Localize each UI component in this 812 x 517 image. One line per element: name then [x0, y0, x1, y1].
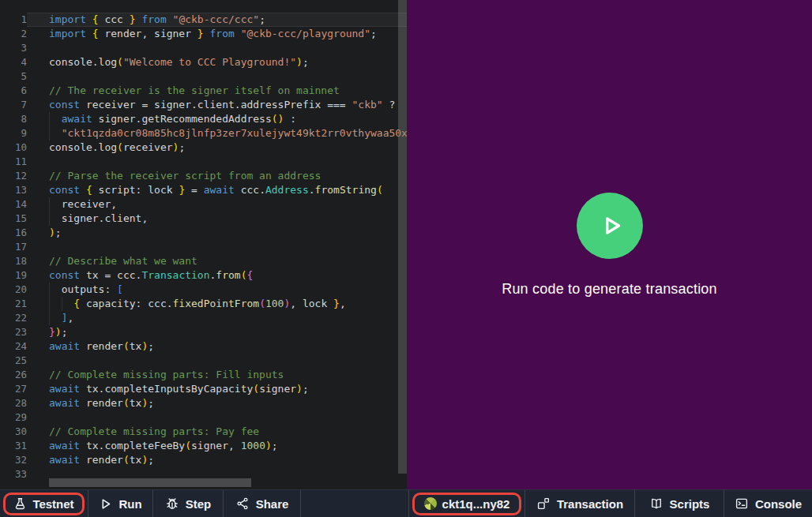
line-number: 23 [0, 325, 27, 339]
code-line-content: await tx.completeFeeBy(signer, 1000); [27, 439, 407, 453]
line-number: 24 [0, 339, 27, 354]
toolbar-left-group: TestnetRunStepShare [0, 490, 301, 517]
button-label: ckt1q...ny82 [442, 497, 510, 511]
line-number: 13 [0, 183, 27, 197]
code-line-content [27, 410, 407, 425]
code-line[interactable]: 28await render(tx); [0, 396, 407, 410]
code-line[interactable]: 25 [0, 354, 407, 368]
code-line[interactable]: 8 await signer.getRecommendedAddress() : [0, 112, 407, 126]
line-number: 2 [0, 27, 27, 41]
code-lines: 1import { ccc } from "@ckb-ccc/ccc";2imp… [0, 13, 407, 481]
code-line-content [27, 41, 407, 55]
code-line[interactable]: 10console.log(receiver); [0, 140, 407, 155]
code-line[interactable]: 15 signer.client, [0, 212, 407, 226]
code-line[interactable]: 4console.log("Welcome to CCC Playground!… [0, 55, 407, 69]
code-line-content: await signer.getRecommendedAddress() : [27, 112, 407, 126]
code-line-content [27, 354, 407, 368]
step-button[interactable]: Step [153, 490, 224, 517]
code-line-content: // Parse the receiver script from an add… [27, 169, 407, 183]
button-label: Testnet [32, 497, 73, 511]
code-line[interactable]: 21 { capacity: ccc.fixedPointFrom(100), … [0, 297, 407, 311]
code-line[interactable]: 3 [0, 41, 407, 55]
code-line[interactable]: 30// Complete missing parts: Pay fee [0, 425, 407, 439]
line-number: 1 [0, 13, 27, 27]
indent-guide [49, 297, 50, 311]
editor-horizontal-scrollbar[interactable] [0, 478, 397, 487]
code-line[interactable]: 31await tx.completeFeeBy(signer, 1000); [0, 439, 407, 453]
line-number: 30 [0, 425, 27, 439]
horizontal-scrollbar-thumb[interactable] [49, 478, 251, 487]
code-line[interactable]: 7const receiver = signer.client.addressP… [0, 98, 407, 112]
code-line[interactable]: 29 [0, 410, 407, 425]
code-line[interactable]: 14 receiver, [0, 197, 407, 212]
indent-guide [49, 311, 50, 325]
code-line-content: console.log("Welcome to CCC Playground!"… [27, 55, 407, 69]
scripts-icon [649, 496, 664, 511]
code-line-content [27, 240, 407, 254]
line-number: 17 [0, 240, 27, 254]
code-line[interactable]: 32await render(tx); [0, 453, 407, 467]
code-line[interactable]: 26// Complete missing parts: Fill inputs [0, 368, 407, 382]
line-number: 14 [0, 197, 27, 212]
line-number: 6 [0, 84, 27, 98]
code-line-content: const tx = ccc.Transaction.from({ [27, 268, 407, 283]
code-line[interactable]: 23}); [0, 325, 407, 339]
code-line[interactable]: 17 [0, 240, 407, 254]
code-line-content: signer.client, [27, 212, 407, 226]
run-button[interactable]: Run [88, 490, 153, 517]
console-button[interactable]: Console [724, 490, 812, 517]
code-line[interactable]: 22 ], [0, 311, 407, 325]
code-line[interactable]: 5 [0, 69, 407, 84]
line-number: 18 [0, 254, 27, 268]
line-number: 27 [0, 382, 27, 396]
vertical-scrollbar-thumb[interactable] [398, 0, 407, 474]
editor-vertical-scrollbar[interactable] [397, 0, 407, 489]
ccc-playground-app: 1import { ccc } from "@ckb-ccc/ccc";2imp… [0, 0, 812, 517]
share-icon [235, 496, 250, 511]
line-number: 15 [0, 212, 27, 226]
code-line-content: await render(tx); [27, 453, 407, 467]
panel-message: Run code to generate transaction [502, 281, 717, 298]
code-line[interactable]: 9 "ckt1qzda0cr08m85hc8jlnfp3zer7xulejywt… [0, 126, 407, 140]
code-line[interactable]: 18// Describe what we want [0, 254, 407, 268]
button-label: Transaction [557, 497, 623, 511]
code-line-content: const { script: lock } = await ccc.Addre… [27, 183, 407, 197]
code-line[interactable]: 20 outputs: [ [0, 283, 407, 297]
play-icon [99, 497, 112, 511]
code-line-content: // Describe what we want [27, 254, 407, 268]
code-line-content: // Complete missing parts: Fill inputs [27, 368, 407, 382]
run-code-button[interactable] [577, 193, 643, 259]
code-line[interactable]: 11 [0, 155, 407, 169]
transaction-button[interactable]: Transaction [524, 490, 634, 517]
code-line[interactable]: 2import { render, signer } from "@ckb-cc… [0, 27, 407, 41]
line-number: 11 [0, 155, 27, 169]
code-editor[interactable]: 1import { ccc } from "@ckb-ccc/ccc";2imp… [0, 0, 407, 489]
transaction-preview-panel: Run code to generate transaction [407, 0, 812, 489]
code-line-content: receiver, [27, 197, 407, 212]
code-line-content: await render(tx); [27, 396, 407, 410]
code-line-content: { capacity: ccc.fixedPointFrom(100), loc… [27, 297, 407, 311]
code-line-content: outputs: [ [27, 283, 407, 297]
line-number: 32 [0, 453, 27, 467]
code-line[interactable]: 12// Parse the receiver script from an a… [0, 169, 407, 183]
code-line[interactable]: 1import { ccc } from "@ckb-ccc/ccc"; [0, 13, 407, 27]
code-line[interactable]: 16); [0, 226, 407, 240]
button-label: Share [256, 497, 289, 511]
code-line-content: // Complete missing parts: Pay fee [27, 425, 407, 439]
line-number: 7 [0, 98, 27, 112]
share-button[interactable]: Share [224, 490, 301, 517]
address-button[interactable]: ckt1q...ny82 [408, 490, 524, 517]
indent-guide [49, 126, 50, 140]
line-number: 20 [0, 283, 27, 297]
code-line[interactable]: 19const tx = ccc.Transaction.from({ [0, 268, 407, 283]
scripts-button[interactable]: Scripts [634, 490, 724, 517]
code-line[interactable]: 6// The receiver is the signer itself on… [0, 84, 407, 98]
code-line[interactable]: 27await tx.completeInputsByCapacity(sign… [0, 382, 407, 396]
button-label: Run [118, 497, 141, 511]
code-line[interactable]: 24await render(tx); [0, 339, 407, 354]
line-number: 25 [0, 354, 27, 368]
code-line[interactable]: 13const { script: lock } = await ccc.Add… [0, 183, 407, 197]
line-number: 19 [0, 268, 27, 283]
testnet-button[interactable]: Testnet [0, 490, 88, 517]
code-line-content: ); [27, 226, 407, 240]
